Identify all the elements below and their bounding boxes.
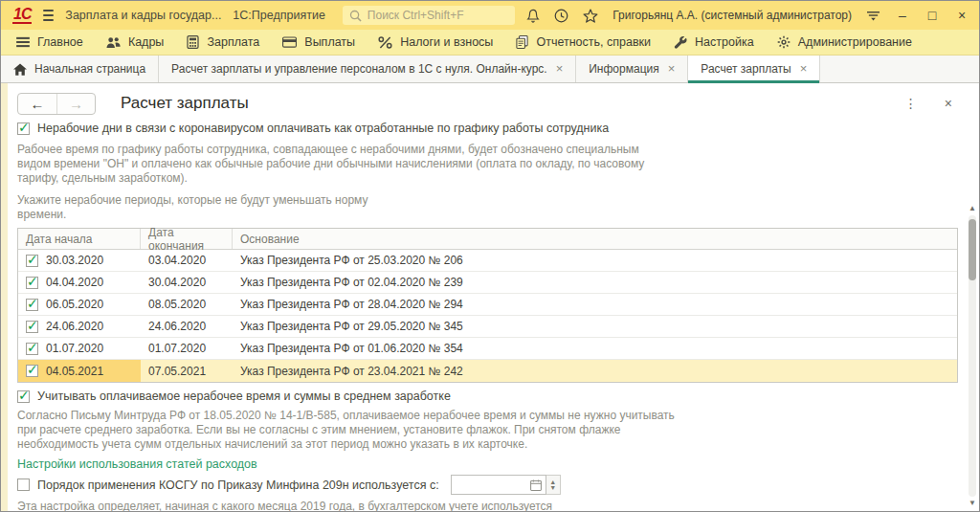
- end-date-cell[interactable]: 24.06.2020: [141, 316, 233, 337]
- 1c-logo: 1С: [12, 7, 32, 24]
- coronavirus-checkbox-row[interactable]: Нерабочие дни в связи с коронавирусом оп…: [17, 122, 960, 135]
- start-date: 04.05.2021: [46, 365, 103, 378]
- row-checkbox[interactable]: [26, 255, 38, 267]
- tab-close-icon[interactable]: ×: [556, 63, 564, 75]
- scrollbar-thumb[interactable]: [969, 219, 976, 280]
- kosgu-checkbox[interactable]: [17, 479, 30, 491]
- end-date-cell[interactable]: 07.05.2021: [141, 360, 233, 382]
- column-header[interactable]: Дата окончания: [141, 229, 233, 249]
- search-input[interactable]: Поиск Ctrl+Shift+F: [343, 6, 515, 25]
- table-row[interactable]: 30.03.202003.04.2020Указ Президента РФ о…: [18, 250, 957, 272]
- ribbon: ГлавноеКадрыЗарплатаВыплатыНалоги и взно…: [1, 30, 979, 56]
- vertical-scrollbar[interactable]: ▲ ▼: [968, 204, 977, 508]
- start-date: 30.03.2020: [46, 254, 103, 267]
- notifications-bell-icon[interactable]: [526, 9, 540, 23]
- kosgu-checkbox-row[interactable]: Порядок применения КОСГУ по Приказу Минф…: [17, 475, 960, 495]
- start-date-cell[interactable]: 30.03.2020: [18, 250, 141, 271]
- start-date-cell[interactable]: 06.05.2020: [18, 294, 141, 315]
- basis-cell[interactable]: Указ Президента РФ от 02.04.2020 № 239: [233, 272, 957, 293]
- end-date-cell[interactable]: 03.04.2020: [141, 250, 233, 271]
- maximize-button[interactable]: □: [924, 8, 940, 23]
- app-name: 1С:Предприятие: [233, 9, 325, 22]
- coronavirus-checkbox[interactable]: [17, 122, 30, 135]
- ribbon-item-reports[interactable]: Отчетность, справки: [516, 35, 651, 49]
- favorites-star-icon[interactable]: [583, 9, 598, 23]
- titlebar-right: Григорьянц А.А. (системный администратор…: [526, 8, 969, 23]
- column-header[interactable]: Основание: [233, 229, 957, 249]
- close-window-button[interactable]: ×: [954, 8, 969, 23]
- ribbon-item-personnel[interactable]: Кадры: [106, 35, 164, 49]
- card-icon: [282, 36, 297, 48]
- kosgu-checkbox-label: Порядок применения КОСГУ по Приказу Минф…: [37, 479, 439, 492]
- ribbon-item-salary[interactable]: Зарплата: [187, 35, 259, 49]
- row-checkbox[interactable]: [26, 343, 38, 355]
- end-date-cell[interactable]: 08.05.2020: [141, 294, 233, 315]
- average-earnings-checkbox-row[interactable]: Учитывать оплачиваемое нерабочее время и…: [17, 390, 960, 403]
- coronavirus-checkbox-label: Нерабочие дни в связи с коронавирусом оп…: [37, 122, 609, 135]
- tab-salary-calculation[interactable]: Расчет зарплаты×: [688, 56, 820, 82]
- menu-icon: [16, 36, 30, 48]
- basis-cell[interactable]: Указ Президента РФ от 28.04.2020 № 294: [233, 294, 957, 315]
- app-window: 1С Зарплата и кадры государ... 1С:Предпр…: [0, 0, 980, 512]
- spinner-down-icon[interactable]: ▼: [549, 485, 556, 491]
- basis-cell[interactable]: Указ Президента РФ от 23.04.2021 № 242: [233, 360, 957, 382]
- tab-label: Расчет зарплаты: [701, 62, 791, 76]
- basis-cell[interactable]: Указ Президента РФ от 25.03.2020 № 206: [233, 250, 957, 271]
- end-date-cell[interactable]: 30.04.2020: [141, 272, 233, 293]
- service-menu-icon[interactable]: [866, 10, 880, 22]
- ribbon-item-label: Зарплата: [207, 35, 259, 49]
- start-date: 04.04.2020: [46, 276, 103, 289]
- row-checkbox[interactable]: [26, 365, 38, 377]
- ribbon-item-taxes[interactable]: Налоги и взносы: [378, 35, 493, 49]
- start-date-cell[interactable]: 24.06.2020: [18, 316, 141, 337]
- table-row[interactable]: 01.07.202001.07.2020Указ Президента РФ о…: [18, 338, 957, 360]
- ribbon-item-settings[interactable]: Настройка: [674, 35, 754, 49]
- row-checkbox[interactable]: [26, 277, 38, 289]
- scroll-up-icon[interactable]: ▲: [968, 204, 977, 213]
- close-form-icon[interactable]: ×: [945, 96, 952, 111]
- average-earnings-checkbox[interactable]: [17, 390, 30, 403]
- table-row[interactable]: 24.06.202024.06.2020Указ Президента РФ о…: [18, 316, 957, 338]
- start-date-cell[interactable]: 01.07.2020: [18, 338, 141, 359]
- tab-information[interactable]: Информация×: [576, 56, 688, 82]
- main-menu-icon[interactable]: [43, 10, 54, 21]
- calendar-icon[interactable]: [530, 479, 542, 491]
- expense-items-section-header[interactable]: Настройки использования статей расходов: [17, 457, 960, 471]
- table-body: 30.03.202003.04.2020Указ Президента РФ о…: [18, 250, 957, 382]
- coronavirus-description: Рабочее время по графику работы сотрудни…: [17, 143, 664, 186]
- tab-label: Расчет зарплаты и управление персоналом …: [171, 62, 547, 76]
- tab-close-icon[interactable]: ×: [668, 63, 676, 75]
- app-title: Зарплата и кадры государ...: [65, 9, 221, 22]
- table-row[interactable]: 06.05.202008.05.2020Указ Президента РФ о…: [18, 294, 957, 316]
- table-row[interactable]: 04.05.202107.05.2021Указ Президента РФ о…: [18, 360, 957, 382]
- ribbon-item-payments[interactable]: Выплаты: [282, 35, 355, 49]
- start-date-cell[interactable]: 04.05.2021: [18, 360, 141, 382]
- form-header: ← → Расчет зарплаты ⋮ ×: [8, 83, 979, 120]
- basis-cell[interactable]: Указ Президента РФ от 01.06.2020 № 354: [233, 338, 957, 359]
- row-checkbox[interactable]: [26, 299, 38, 311]
- minimize-button[interactable]: –: [895, 8, 910, 23]
- ribbon-item-main[interactable]: Главное: [16, 35, 83, 49]
- forward-button[interactable]: →: [56, 94, 95, 114]
- current-user[interactable]: Григорьянц А.А. (системный администратор…: [612, 9, 852, 22]
- table-header: Дата началаДата окончанияОснование: [18, 229, 957, 250]
- tab-home[interactable]: Начальная страница: [1, 56, 159, 82]
- date-spinner[interactable]: ▲▼: [546, 475, 561, 495]
- more-actions-icon[interactable]: ⋮: [904, 96, 918, 111]
- kosgu-description: Эта настройка определяет, начиная с како…: [17, 500, 591, 511]
- end-date-cell[interactable]: 01.07.2020: [141, 338, 233, 359]
- table-row[interactable]: 04.04.202030.04.2020Указ Президента РФ о…: [18, 272, 957, 294]
- tab-close-icon[interactable]: ×: [800, 63, 808, 75]
- report-icon: [516, 35, 528, 49]
- row-checkbox[interactable]: [26, 321, 38, 333]
- kosgu-date-input[interactable]: [451, 475, 546, 495]
- start-date-cell[interactable]: 04.04.2020: [18, 272, 141, 293]
- ribbon-item-administration[interactable]: Администрирование: [777, 35, 912, 49]
- tab-online-course[interactable]: Расчет зарплаты и управление персоналом …: [159, 56, 576, 82]
- column-header[interactable]: Дата начала: [18, 229, 141, 249]
- back-button[interactable]: ←: [18, 94, 56, 114]
- history-clock-icon[interactable]: [554, 9, 568, 23]
- scroll-down-icon[interactable]: ▼: [968, 499, 977, 508]
- basis-cell[interactable]: Указ Президента РФ от 29.05.2020 № 345: [233, 316, 957, 337]
- page-title: Расчет зарплаты: [121, 94, 249, 113]
